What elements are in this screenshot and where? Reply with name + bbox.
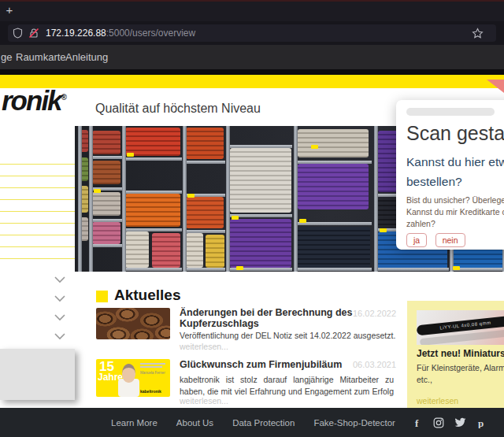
spool-stack	[125, 194, 180, 227]
nav-item-partial[interactable]: ge	[1, 51, 12, 63]
shelf-post	[183, 126, 187, 272]
promo-cable-image: LiYY-UL 4x0,08 qmm	[417, 310, 504, 345]
shelf-bar	[124, 157, 182, 161]
chevron-down-icon[interactable]	[54, 313, 66, 321]
promo-body: Für Kleinstgeräte, Alarm- und etc.,	[417, 362, 504, 386]
jubilee-text-line	[140, 363, 165, 365]
shelf-label	[94, 189, 101, 193]
no-button[interactable]: nein	[435, 233, 465, 247]
browser-url-row: 172.19.226.88:5000/users/overview	[0, 21, 504, 45]
shelf-label	[187, 194, 195, 198]
shelf-label	[127, 153, 134, 157]
news-thumbnail-copper[interactable]	[96, 308, 170, 339]
shelf-label	[380, 228, 387, 232]
sidebar-menu-items[interactable]	[0, 153, 75, 263]
pinterest-icon[interactable]: p	[476, 417, 487, 428]
jubilee-text-line	[140, 366, 162, 368]
chevron-down-icon[interactable]	[54, 276, 66, 283]
url-text: 172.19.226.88:5000/users/overview	[46, 28, 195, 39]
ribbon-corner	[487, 80, 504, 93]
registered-mark: ®	[61, 93, 67, 102]
jubilee-brand: kabeltronik	[140, 389, 161, 394]
news-item-body: kabeltronik ist stolz darauf langjährige…	[180, 374, 394, 398]
news-item-date: 06.03.2021	[353, 360, 396, 369]
footer-link-fake-shop-detector[interactable]: Fake-Shop-Detector	[313, 418, 395, 428]
footer-link-about-us[interactable]: About Us	[176, 418, 213, 428]
spool-stack	[186, 128, 224, 159]
insecure-lock-icon[interactable]	[28, 28, 39, 39]
scan-popup: Scan gestar Kannst du hier etwa bestelle…	[396, 100, 504, 250]
nav-item-anleitung[interactable]: Anleitung	[65, 51, 108, 63]
popup-question: Kannst du hier etwa bestellen?	[406, 152, 504, 191]
shield-icon[interactable]	[13, 28, 23, 39]
spool-stack	[92, 131, 120, 154]
screen: + 172.19.226.88:5000/users/overview ge R…	[0, 0, 504, 437]
spool-stack	[206, 235, 224, 268]
shelf-bar	[296, 222, 372, 225]
brand-yellow-bar	[0, 75, 504, 88]
news-item-title[interactable]: Glückwunsch zum Firmenjubiläum	[180, 359, 342, 370]
footer-link-data-protection[interactable]: Data Protection	[232, 418, 295, 428]
sidebar-menu	[0, 126, 75, 349]
footer-social-icons: f p	[413, 417, 487, 428]
url-input[interactable]: 172.19.226.88:5000/users/overview	[8, 24, 496, 42]
yes-button[interactable]: ja	[406, 233, 427, 247]
shelf-label	[311, 145, 318, 149]
spool-stack	[92, 222, 120, 244]
app-navbar: ge Raumkarte Anleitung	[0, 45, 504, 70]
news-item-title[interactable]: Änderungen bei der Berechnung des Kupfer…	[180, 307, 352, 329]
jubilee-person-face	[122, 364, 135, 383]
promo-read-more-link[interactable]: weiterlesen	[417, 396, 458, 406]
promo-box: LiYY-UL 4x0,08 qmm Jetzt neu! Miniaturst…	[407, 301, 504, 411]
shelf-label	[232, 216, 239, 220]
spool-stack	[152, 233, 180, 268]
popup-body: Bist du unsicher? Überlege: G Kannst du …	[406, 194, 504, 230]
instagram-icon[interactable]	[433, 417, 444, 428]
spool-stack	[186, 197, 224, 228]
nav-item-raumkarte[interactable]: Raumkarte	[16, 51, 66, 63]
sidebar-gray-panel	[0, 349, 75, 400]
news-item-body: Veröffentlichung der DEL Notiz seit 14.0…	[180, 331, 395, 340]
shelf-bar	[296, 268, 372, 271]
chevron-down-icon[interactable]	[54, 332, 66, 340]
shelf-bar	[124, 228, 182, 231]
site-tagline: Qualität auf höchstem Niveau	[95, 102, 261, 116]
shelf-post	[226, 126, 230, 272]
shelf-bar	[376, 268, 449, 271]
shelf-label	[236, 266, 243, 270]
twitter-icon[interactable]	[454, 417, 466, 428]
shelf-label	[299, 219, 306, 223]
spool-stack	[186, 233, 203, 268]
shelf-post	[374, 126, 378, 272]
footer-link-learn-more[interactable]: Learn More	[111, 418, 158, 428]
shelf-bar	[184, 268, 225, 271]
shelf-bar	[184, 230, 225, 233]
news-thumbnail-jubilee[interactable]: 15 Jahre Manuela Ferner kabeltronik	[96, 359, 170, 397]
shelf-bar	[124, 191, 182, 194]
promo-title: Jetzt neu! Miniatursteue	[417, 348, 504, 359]
shelf-bar	[124, 268, 182, 271]
shelf-post	[89, 126, 93, 272]
shelf-post	[122, 126, 126, 272]
bookmark-star-icon[interactable]	[472, 28, 484, 39]
read-more-link[interactable]: weiterlesen...	[180, 342, 228, 351]
popup-title: Scan gestar	[406, 122, 504, 145]
spool-stack	[298, 129, 369, 157]
chevron-down-icon[interactable]	[54, 294, 66, 302]
spool-stack	[298, 164, 369, 209]
site-logo[interactable]: ronik®	[2, 85, 67, 117]
spool-stack	[230, 219, 291, 268]
shelf-post	[294, 126, 298, 272]
spool-stack	[125, 128, 180, 156]
new-tab-button[interactable]: +	[3, 4, 16, 17]
browser-tab-bar: +	[0, 2, 504, 21]
shelf-bar	[296, 161, 372, 164]
shelf-label	[453, 266, 460, 270]
read-more-link[interactable]: weiterlesen...	[180, 396, 228, 406]
shelf-bar	[228, 145, 292, 148]
popup-buttons: ja nein	[406, 232, 470, 247]
shelf-post	[78, 126, 82, 272]
shelf-bar	[91, 219, 122, 222]
facebook-icon[interactable]: f	[413, 417, 423, 428]
news-heading-square	[96, 291, 108, 302]
